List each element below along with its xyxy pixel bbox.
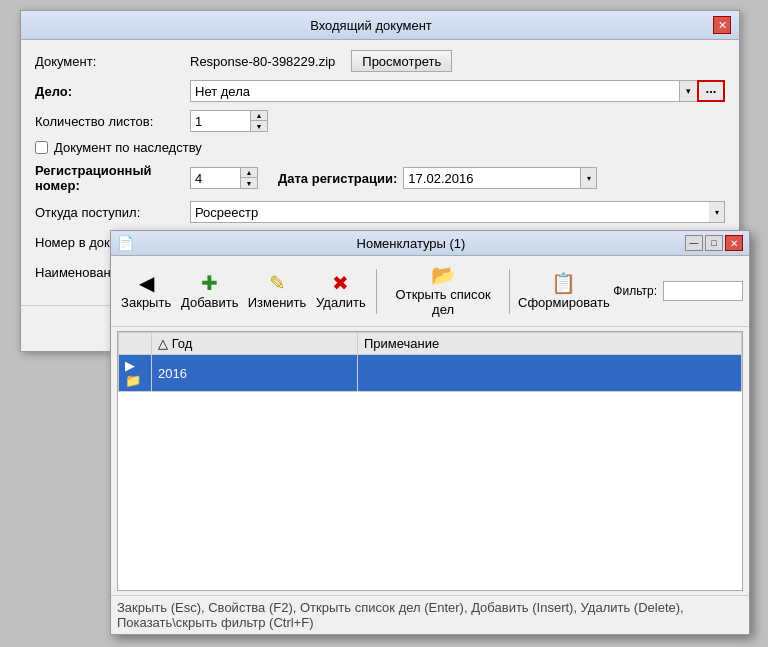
- edit-toolbar-icon: ✎: [269, 273, 286, 293]
- nested-table-year-header: △ Год: [152, 333, 358, 355]
- nested-table-head: △ Год Примечание: [119, 333, 742, 355]
- close-toolbar-label: Закрыть: [121, 295, 171, 310]
- delete-toolbar-label: Удалить: [316, 295, 366, 310]
- nested-maximize-button[interactable]: □: [705, 235, 723, 251]
- nested-table-container: △ Год Примечание ▶ 📁 2016: [117, 331, 743, 591]
- form-toolbar-icon: 📋: [551, 273, 576, 293]
- nested-table-expand-col: [119, 333, 152, 355]
- spinner-down-button[interactable]: ▼: [251, 121, 267, 131]
- close-toolbar-icon: ◀: [139, 273, 154, 293]
- filter-label: Фильтр:: [613, 284, 657, 298]
- source-row: Откуда поступил: ▾: [35, 201, 725, 223]
- reg-date-select-container: ▾: [403, 167, 597, 189]
- source-input[interactable]: [190, 201, 709, 223]
- inherit-checkbox[interactable]: [35, 141, 48, 154]
- nested-table-body: ▶ 📁 2016: [119, 355, 742, 392]
- nested-dialog-footer: Закрыть (Esc), Свойства (F2), Открыть сп…: [111, 595, 749, 634]
- nested-table: △ Год Примечание ▶ 📁 2016: [118, 332, 742, 392]
- nested-toolbar: ◀ Закрыть ✚ Добавить ✎ Изменить ✖ Удалит…: [111, 256, 749, 327]
- nested-footer-text: Закрыть (Esc), Свойства (F2), Открыть сп…: [117, 600, 684, 630]
- source-select-container: ▾: [190, 201, 725, 223]
- folder-icon: 📁: [125, 373, 141, 388]
- delo-dots-button[interactable]: ···: [697, 80, 725, 102]
- form-toolbar-button[interactable]: 📋 Сформировать: [516, 268, 611, 315]
- source-dropdown-button[interactable]: ▾: [709, 201, 725, 223]
- edit-toolbar-label: Изменить: [248, 295, 307, 310]
- sheets-row: Количество листов: ▲ ▼: [35, 110, 725, 132]
- toolbar-separator-2: [509, 269, 510, 314]
- nested-table-note-header: Примечание: [357, 333, 741, 355]
- sheets-input[interactable]: [190, 110, 250, 132]
- source-label: Откуда поступил:: [35, 205, 190, 220]
- row-expand-cell: ▶ 📁: [119, 355, 152, 392]
- reg-num-input[interactable]: [190, 167, 240, 189]
- add-toolbar-button[interactable]: ✚ Добавить: [177, 268, 242, 315]
- delete-toolbar-button[interactable]: ✖ Удалить: [312, 268, 370, 315]
- nested-dialog-icon: 📄: [117, 235, 137, 251]
- inherit-checkbox-row: Документ по наследству: [35, 140, 725, 155]
- delo-input[interactable]: [190, 80, 679, 102]
- reg-num-spinner: ▲ ▼: [240, 167, 258, 189]
- open-list-toolbar-label: Открыть список дел: [390, 287, 497, 317]
- filter-input[interactable]: [663, 281, 743, 301]
- year-sort-icon: △: [158, 336, 172, 351]
- reg-num-up-button[interactable]: ▲: [241, 168, 257, 178]
- main-dialog-titlebar: Входящий документ ✕: [21, 11, 739, 40]
- nested-dialog-titlebar: 📄 Номенклатуры (1) — □ ✕: [111, 231, 749, 256]
- row-year-cell: 2016: [152, 355, 358, 392]
- add-toolbar-icon: ✚: [201, 273, 218, 293]
- reg-date-input[interactable]: [403, 167, 581, 189]
- open-list-toolbar-button[interactable]: 📂 Открыть список дел: [383, 260, 504, 322]
- document-label: Документ:: [35, 54, 190, 69]
- delo-row: Дело: ▾ ···: [35, 80, 725, 102]
- main-dialog-title: Входящий документ: [29, 18, 713, 33]
- sheets-label: Количество листов:: [35, 114, 190, 129]
- add-toolbar-label: Добавить: [181, 295, 238, 310]
- delo-dropdown-button[interactable]: ▾: [679, 80, 697, 102]
- table-row[interactable]: ▶ 📁 2016: [119, 355, 742, 392]
- reg-num-down-button[interactable]: ▼: [241, 178, 257, 188]
- inherit-label: Документ по наследству: [54, 140, 202, 155]
- form-toolbar-label: Сформировать: [518, 295, 610, 310]
- nested-dialog-title-buttons: — □ ✕: [685, 235, 743, 251]
- reg-num-container: ▲ ▼ Дата регистрации: ▾: [190, 167, 597, 189]
- toolbar-separator: [376, 269, 377, 314]
- expand-arrow-icon: ▶: [125, 358, 135, 373]
- delo-select-container: ▾ ···: [190, 80, 725, 102]
- delete-toolbar-icon: ✖: [332, 273, 349, 293]
- open-list-toolbar-icon: 📂: [431, 265, 456, 285]
- document-row: Документ: Response-80-398229.zip Просмот…: [35, 50, 725, 72]
- reg-row: Регистрационный номер: ▲ ▼ Дата регистра…: [35, 163, 725, 193]
- spinner-buttons: ▲ ▼: [250, 110, 268, 132]
- nested-dialog: 📄 Номенклатуры (1) — □ ✕ ◀ Закрыть ✚ Доб…: [110, 230, 750, 635]
- edit-toolbar-button[interactable]: ✎ Изменить: [244, 268, 310, 315]
- sheets-spinner: ▲ ▼: [190, 110, 268, 132]
- reg-date-label: Дата регистрации:: [278, 171, 397, 186]
- main-dialog-close-button[interactable]: ✕: [713, 16, 731, 34]
- reg-num-label: Регистрационный номер:: [35, 163, 190, 193]
- nested-dialog-title: Номенклатуры (1): [137, 236, 685, 251]
- nested-table-header-row: △ Год Примечание: [119, 333, 742, 355]
- reg-date-dropdown-button[interactable]: ▾: [581, 167, 597, 189]
- spinner-up-button[interactable]: ▲: [251, 111, 267, 121]
- row-note-cell: [357, 355, 741, 392]
- nested-minimize-button[interactable]: —: [685, 235, 703, 251]
- delo-label: Дело:: [35, 84, 190, 99]
- document-value: Response-80-398229.zip: [190, 54, 335, 69]
- nested-close-button[interactable]: ✕: [725, 235, 743, 251]
- view-button[interactable]: Просмотреть: [351, 50, 452, 72]
- close-toolbar-button[interactable]: ◀ Закрыть: [117, 268, 175, 315]
